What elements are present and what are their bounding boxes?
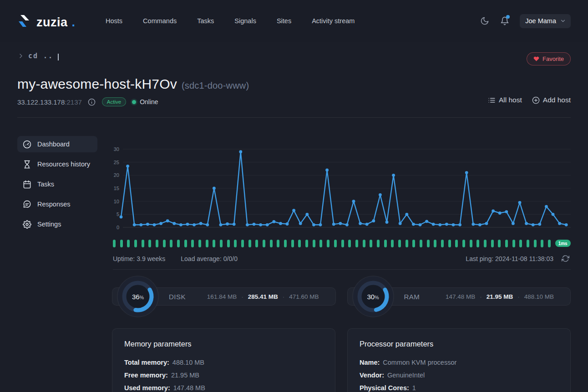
nav-item-sites[interactable]: Sites — [277, 17, 291, 25]
ping-tick — [184, 240, 187, 247]
dark-mode-toggle[interactable] — [480, 16, 490, 26]
param-value: 21.95 MB — [171, 372, 199, 379]
svg-text:30: 30 — [114, 146, 119, 152]
list-icon — [488, 96, 496, 104]
value-separator: · — [283, 293, 285, 300]
brand-logo[interactable]: zuzia. — [17, 13, 75, 29]
ping-tick — [277, 240, 279, 247]
nav-item-hosts[interactable]: Hosts — [106, 17, 122, 25]
param-label: Vendor: — [360, 372, 384, 379]
ping-tick — [227, 240, 230, 247]
ping-tick — [334, 240, 337, 247]
response-time-chart: 302520151050 — [112, 145, 571, 232]
ping-tick — [163, 240, 166, 247]
main-nav: HostsCommandsTasksSignalsSitesActivity s… — [106, 17, 355, 25]
ping-tick — [313, 240, 315, 247]
text-cursor — [58, 54, 59, 60]
user-menu[interactable]: Joe Mama — [520, 14, 571, 28]
value-free: 285.41 MB — [248, 293, 278, 300]
stats-left: Uptime:3.9 weeks Load average:0/0/0 — [113, 255, 239, 262]
ping-tick — [255, 240, 258, 247]
ping-tick — [127, 240, 130, 247]
latency-badge: 1ms — [555, 240, 571, 247]
refresh-icon — [562, 255, 569, 262]
ping-tick — [170, 240, 172, 247]
param-value: 147.48 MB — [173, 384, 205, 392]
ram-gauge: 30% — [351, 275, 395, 318]
ping-tick — [305, 240, 308, 247]
brand-dot: . — [72, 16, 76, 29]
nav-item-signals[interactable]: Signals — [234, 17, 256, 25]
ping-tick — [363, 240, 365, 247]
brand-name: zuzia — [36, 16, 68, 29]
page-title: my-awesome-host-kH7Ov(sdc1-doo-www) — [17, 76, 249, 92]
add-host-button[interactable]: Add host — [532, 96, 571, 104]
svg-text:25: 25 — [114, 160, 119, 165]
sidebar-item-label: Settings — [37, 221, 61, 228]
value-separator: · — [480, 293, 482, 300]
ping-tick — [370, 240, 372, 247]
notifications-button[interactable] — [500, 16, 510, 26]
sidebar-item-tasks[interactable]: Tasks — [17, 176, 97, 192]
sidebar-item-settings[interactable]: Settings — [17, 216, 97, 232]
svg-text:20: 20 — [114, 172, 119, 178]
favorite-button[interactable]: Favorite — [527, 52, 571, 65]
gauge-row-disk: DISK161.84 MB·285.41 MB·471.60 MB36% — [112, 275, 336, 318]
brand-logo-icon — [17, 13, 33, 29]
ping-tick — [206, 240, 208, 247]
card-memory-parameters: Memory parametersTotal memory:488.10 MBF… — [112, 328, 335, 392]
ram-values: 147.48 MB·21.95 MB·488.10 MB — [446, 293, 554, 300]
ping-tick — [148, 240, 151, 247]
sidebar-item-label: Tasks — [37, 181, 54, 188]
sidebar-item-label: Resources history — [37, 161, 90, 168]
nav-item-tasks[interactable]: Tasks — [197, 17, 214, 25]
value-separator: · — [517, 293, 520, 300]
ping-tick — [434, 240, 436, 247]
svg-text:0: 0 — [117, 225, 119, 230]
ping-tick — [470, 240, 472, 247]
host-ip: 33.122.133.178 — [17, 98, 65, 106]
param-value: Common KVM processor — [383, 359, 456, 366]
ping-tick — [248, 240, 251, 247]
ping-tick — [420, 240, 422, 247]
uptime-value: 3.9 weeks — [137, 255, 165, 262]
card-processor-parameters: Processor parametersName:Common KVM proc… — [347, 328, 571, 392]
sidebar-item-dashboard[interactable]: Dashboard — [17, 136, 97, 152]
chevron-down-icon — [560, 18, 566, 24]
ping-tick — [548, 240, 551, 247]
plus-circle-icon — [532, 96, 540, 104]
sidebar-item-responses[interactable]: Responses — [17, 196, 97, 212]
last-ping-stat: Last ping:2024-11-08 11:38:03 — [466, 255, 555, 262]
gauges-row: DISK161.84 MB·285.41 MB·471.60 MB36%RAM1… — [112, 275, 571, 318]
value-used: 147.48 MB — [446, 293, 475, 300]
svg-text:10: 10 — [114, 199, 119, 204]
online-dot — [132, 100, 136, 104]
all-host-button[interactable]: All host — [488, 96, 522, 104]
host-info-button[interactable] — [88, 98, 96, 106]
nav-item-activity-stream[interactable]: Activity stream — [312, 17, 355, 25]
ping-tick — [384, 240, 387, 247]
user-name: Joe Mama — [525, 17, 556, 25]
hourglass-icon — [23, 160, 31, 169]
refresh-button[interactable] — [562, 255, 570, 263]
sidebar-item-label: Dashboard — [37, 141, 70, 148]
ping-tick — [427, 240, 430, 247]
stats-right: Last ping:2024-11-08 11:38:03 — [466, 255, 570, 263]
nav-item-commands[interactable]: Commands — [143, 17, 177, 25]
ping-tick — [441, 240, 444, 247]
ping-tick — [398, 240, 401, 247]
ping-tick — [498, 240, 501, 247]
ping-ticks-row: 1ms — [113, 239, 571, 247]
ping-tick — [455, 240, 458, 247]
card-title: Memory parameters — [124, 340, 323, 348]
ping-tick — [462, 240, 465, 247]
value-total: 488.10 MB — [524, 293, 554, 300]
ping-tick — [448, 240, 451, 247]
param-value: 1 — [412, 384, 416, 392]
param-value: 488.10 MB — [172, 359, 204, 366]
card-row: Free memory:21.95 MB — [124, 372, 323, 379]
breadcrumb-command: cd .. — [28, 52, 53, 60]
disk-label: DISK — [169, 293, 186, 301]
gear-icon — [23, 220, 31, 229]
sidebar-item-resources-history[interactable]: Resources history — [17, 156, 97, 172]
